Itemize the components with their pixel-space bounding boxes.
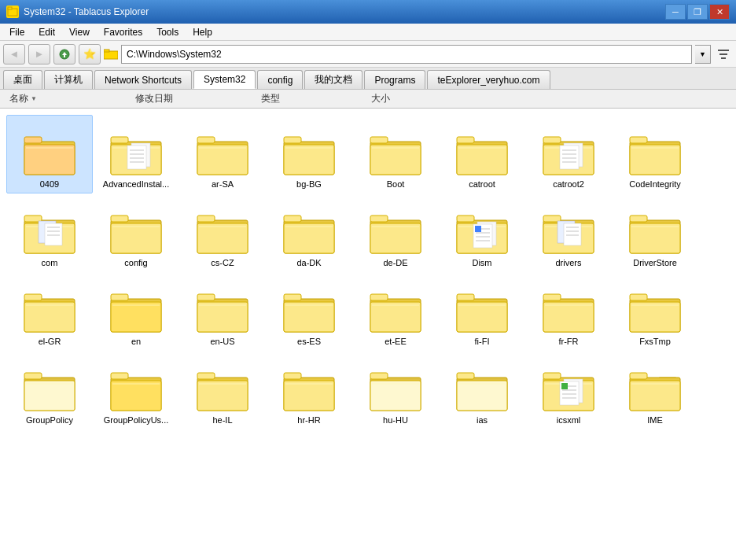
minimize-button[interactable]: ─ — [665, 4, 686, 20]
address-input[interactable] — [121, 45, 692, 64]
file-label: catroot2 — [553, 179, 584, 190]
menu-file[interactable]: File — [3, 25, 31, 39]
menu-help[interactable]: Help — [186, 25, 219, 39]
svg-rect-87 — [475, 226, 481, 232]
col-type-header[interactable]: 类型 — [258, 92, 368, 105]
file-item[interactable]: hu-HU — [352, 351, 439, 429]
svg-rect-1 — [8, 7, 12, 9]
menu-tools[interactable]: Tools — [150, 25, 185, 39]
file-item[interactable]: IME — [612, 351, 698, 429]
svg-rect-107 — [111, 302, 161, 332]
svg-rect-106 — [111, 294, 128, 300]
tab-mydocs[interactable]: 我的文档 — [304, 70, 362, 89]
restore-button[interactable]: ❐ — [687, 4, 708, 20]
col-size-header[interactable]: 大小 — [368, 92, 447, 105]
file-item[interactable]: icsxml — [525, 351, 612, 429]
file-item[interactable]: he-IL — [179, 351, 266, 429]
svg-rect-17 — [127, 146, 146, 169]
folder-icon — [108, 288, 164, 335]
file-item[interactable]: CodeIntegrity — [612, 115, 698, 193]
folder-icon — [367, 131, 424, 178]
favorite-button[interactable]: ⭐ — [79, 44, 101, 64]
file-label: config — [124, 258, 147, 268]
close-button[interactable]: ✕ — [709, 4, 730, 20]
forward-button[interactable]: ► — [28, 44, 50, 64]
svg-rect-171 — [630, 381, 680, 411]
folder-icon — [454, 131, 510, 178]
address-folder-icon — [104, 47, 118, 61]
file-grid: 0409AdvancedInstal...ar-SAbg-BGBootcatro… — [0, 109, 736, 436]
svg-rect-4 — [104, 50, 109, 52]
svg-rect-139 — [111, 381, 161, 411]
file-item[interactable]: fr-FR — [525, 272, 612, 351]
file-item[interactable]: en-US — [179, 272, 266, 351]
file-item[interactable]: config — [93, 193, 179, 272]
file-label: icsxml — [557, 415, 581, 426]
file-area[interactable]: 0409AdvancedInstal...ar-SAbg-BGBootcatro… — [0, 109, 736, 560]
svg-rect-119 — [370, 302, 421, 332]
folder-icon — [281, 367, 337, 414]
file-item[interactable]: AdvancedInstal... — [93, 115, 179, 193]
file-item[interactable]: en — [93, 272, 179, 351]
file-label: en-US — [210, 337, 234, 347]
file-item[interactable]: es-ES — [266, 272, 352, 351]
file-item[interactable]: et-EE — [352, 272, 439, 351]
window-title: System32 - Tablacus Explorer — [24, 6, 149, 17]
tab-system32[interactable]: System32 — [193, 70, 256, 89]
tab-teexplorer[interactable]: teExplorer_veryhuo.com — [427, 70, 550, 89]
file-item[interactable]: Dism — [439, 193, 525, 272]
file-item[interactable]: GroupPolicy — [6, 351, 93, 429]
file-item[interactable]: com — [6, 193, 93, 272]
svg-rect-28 — [284, 145, 334, 175]
menu-favorites[interactable]: Favorites — [98, 25, 149, 39]
svg-rect-115 — [284, 302, 334, 332]
file-item[interactable]: FxsTmp — [612, 272, 698, 351]
svg-rect-143 — [197, 381, 248, 411]
file-label: FxsTmp — [639, 337, 671, 347]
file-label: el-GR — [39, 337, 61, 347]
file-item[interactable]: catroot — [439, 115, 525, 193]
folder-icon — [367, 367, 424, 414]
svg-rect-39 — [543, 137, 561, 143]
tab-network-shortcuts[interactable]: Network Shortcuts — [94, 70, 192, 89]
file-label: com — [42, 258, 58, 268]
file-item[interactable]: hr-HR — [266, 351, 352, 429]
file-item[interactable]: el-GR — [6, 272, 93, 351]
content-area: 0409AdvancedInstal...ar-SAbg-BGBootcatro… — [0, 109, 736, 560]
tab-config[interactable]: config — [257, 70, 303, 89]
tabs: 桌面 计算机 Network Shortcuts System32 config… — [0, 68, 736, 90]
file-item[interactable]: cs-CZ — [179, 193, 266, 272]
file-label: Boot — [387, 179, 405, 190]
file-item[interactable]: GroupPolicyUs... — [93, 351, 179, 429]
menu-edit[interactable]: Edit — [32, 25, 61, 39]
file-item[interactable]: ar-SA — [179, 115, 266, 193]
file-item[interactable]: de-DE — [352, 193, 439, 272]
file-item[interactable]: bg-BG — [266, 115, 352, 193]
svg-rect-27 — [284, 137, 301, 143]
address-dropdown[interactable]: ▼ — [695, 45, 711, 64]
window-controls: ─ ❐ ✕ — [665, 4, 730, 20]
svg-rect-114 — [284, 294, 301, 300]
menu-view[interactable]: View — [63, 25, 96, 39]
tab-programs[interactable]: Programs — [364, 70, 425, 89]
file-item[interactable]: 0409 — [6, 115, 93, 193]
up-button[interactable] — [53, 44, 75, 64]
col-date-header[interactable]: 修改日期 — [132, 92, 258, 105]
tab-computer[interactable]: 计算机 — [44, 70, 93, 89]
tab-desktop[interactable]: 桌面 — [3, 70, 42, 89]
sort-icon: ▼ — [31, 95, 37, 102]
svg-rect-135 — [24, 381, 75, 411]
file-item[interactable]: Boot — [352, 115, 439, 193]
filter-button[interactable] — [714, 45, 733, 64]
file-item[interactable]: DriverStore — [612, 193, 698, 272]
file-item[interactable]: ias — [439, 351, 525, 429]
svg-rect-134 — [24, 373, 42, 379]
svg-rect-74 — [370, 216, 388, 222]
file-item[interactable]: fi-FI — [439, 272, 525, 351]
file-item[interactable]: da-DK — [266, 193, 352, 272]
col-name-header[interactable]: 名称 ▼ — [6, 92, 132, 105]
file-item[interactable]: drivers — [525, 193, 612, 272]
file-item[interactable]: catroot2 — [525, 115, 612, 193]
svg-rect-35 — [457, 137, 474, 143]
back-button[interactable]: ◄ — [3, 44, 25, 64]
